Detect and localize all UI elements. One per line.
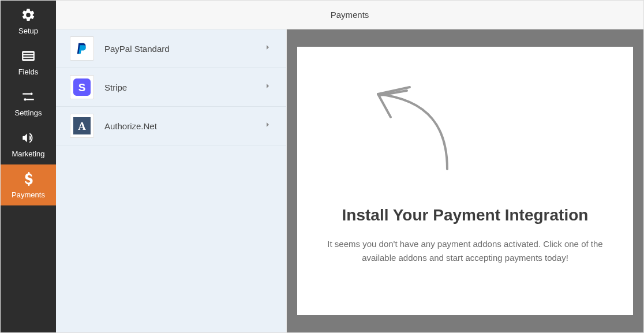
provider-item-paypal[interactable]: PayPal Standard	[56, 29, 286, 68]
sidebar-item-fields[interactable]: Fields	[1, 42, 56, 83]
svg-text:S: S	[78, 81, 86, 93]
provider-label: Stripe	[104, 83, 263, 92]
sidebar-item-marketing[interactable]: Marketing	[1, 124, 56, 164]
sliders-icon	[20, 89, 36, 105]
provider-label: Authorize.Net	[104, 121, 263, 131]
provider-list: PayPal Standard S Stripe	[56, 29, 287, 332]
svg-rect-2	[23, 55, 33, 57]
provider-item-stripe[interactable]: S Stripe	[56, 68, 286, 107]
sidebar-item-payments[interactable]: Payments	[1, 164, 56, 205]
preview-panel: Install Your Payment Integration It seem…	[287, 29, 643, 332]
chevron-right-icon	[263, 81, 272, 93]
page-header: Payments	[56, 1, 643, 29]
empty-state-description: It seems you don't have any payment addo…	[320, 237, 610, 265]
sidebar: Setup Fields Settings Marketing Payments	[1, 1, 56, 332]
page-title: Payments	[331, 10, 369, 20]
dollar-icon	[20, 171, 36, 187]
chevron-right-icon	[263, 43, 272, 54]
provider-item-authorize[interactable]: A Authorize.Net	[56, 107, 286, 145]
sidebar-item-settings[interactable]: Settings	[1, 83, 56, 124]
empty-state-heading: Install Your Payment Integration	[342, 206, 589, 225]
svg-text:A: A	[78, 120, 86, 132]
megaphone-icon	[20, 130, 36, 146]
sidebar-item-label: Setup	[18, 27, 38, 35]
sidebar-item-label: Fields	[18, 68, 39, 76]
sidebar-item-setup[interactable]: Setup	[1, 1, 56, 42]
empty-state-card: Install Your Payment Integration It seem…	[297, 47, 633, 315]
provider-label: PayPal Standard	[104, 44, 263, 54]
svg-rect-1	[23, 53, 33, 54]
sidebar-item-label: Marketing	[12, 149, 44, 158]
gear-icon	[20, 7, 36, 23]
main-panel: Payments PayPal Standard S	[56, 1, 643, 332]
list-icon	[20, 48, 36, 64]
paypal-icon	[70, 36, 94, 61]
sketch-arrow-icon	[366, 83, 459, 177]
sidebar-item-label: Payments	[12, 190, 45, 199]
chevron-right-icon	[263, 120, 272, 132]
stripe-icon: S	[70, 75, 94, 99]
svg-rect-3	[23, 58, 33, 59]
authorize-icon: A	[70, 114, 94, 138]
sidebar-item-label: Settings	[15, 108, 42, 117]
